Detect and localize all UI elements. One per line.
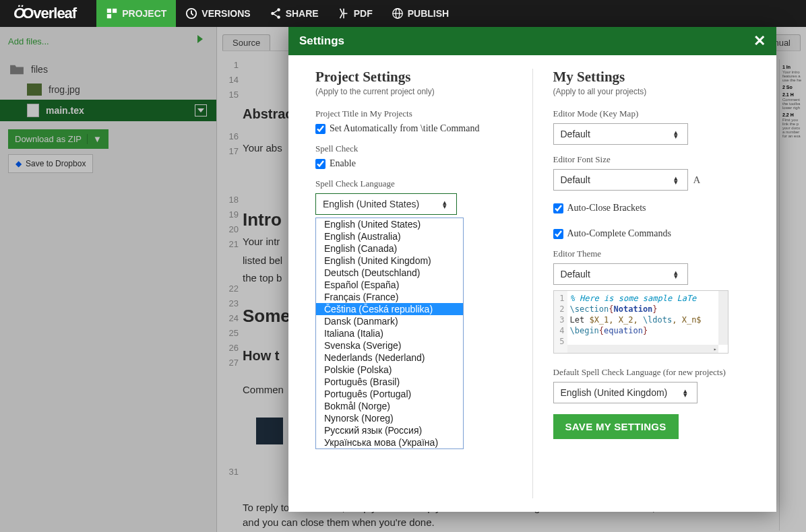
project-settings-sub: (Apply to the current project only): [315, 87, 512, 96]
lang-option[interactable]: English (United States): [316, 218, 463, 230]
lang-option[interactable]: Nynorsk (Noreg): [316, 412, 463, 424]
default-lang-select[interactable]: English (United Kingdom) ▴▾: [553, 382, 698, 403]
auto-complete-checkbox[interactable]: [553, 229, 563, 239]
nav-share-label: SHARE: [286, 8, 319, 19]
svg-point-6: [277, 15, 280, 19]
auto-close-checkbox[interactable]: [553, 203, 563, 213]
scrollbar-vertical[interactable]: [718, 291, 728, 345]
save-settings-button[interactable]: SAVE MY SETTINGS: [553, 414, 679, 439]
font-size-select[interactable]: Default ▴▾: [553, 169, 688, 191]
lang-option[interactable]: English (Canada): [316, 242, 463, 255]
nav-publish[interactable]: PUBLISH: [382, 0, 458, 27]
nav-share[interactable]: SHARE: [260, 0, 328, 27]
lang-option[interactable]: Dansk (Danmark): [316, 315, 463, 327]
spellcheck-label: Spell Check: [315, 143, 512, 154]
lang-option[interactable]: English (United Kingdom): [316, 255, 463, 267]
scrollbar-horizontal[interactable]: [567, 345, 718, 353]
auto-complete-label: Auto-Complete Commands: [567, 228, 671, 239]
lang-option[interactable]: Deutsch (Deutschland): [316, 267, 463, 279]
my-settings-col: My Settings (Apply to all your projects)…: [533, 69, 757, 498]
spellcheck-enable-checkbox[interactable]: [315, 159, 326, 169]
lang-option[interactable]: Svenska (Sverige): [316, 339, 463, 352]
editor-mode-select[interactable]: Default ▴▾: [553, 123, 688, 145]
lang-option[interactable]: Español (España): [316, 279, 463, 291]
pdf-icon: [338, 7, 350, 20]
project-title-label: Project Title in My Projects: [315, 108, 512, 119]
select-caret-icon: ▴▾: [674, 176, 681, 184]
project-settings-heading: Project Settings: [315, 69, 512, 86]
share-icon: [270, 7, 282, 20]
lang-option[interactable]: English (Australia): [316, 230, 463, 242]
select-caret-icon: ▴▾: [674, 270, 681, 278]
font-size-label: Editor Font Size: [553, 154, 750, 165]
top-navbar: ÖOverleaf PROJECT VERSIONS SHARE PDF PUB…: [0, 0, 806, 27]
project-icon: [106, 7, 118, 20]
nav-publish-label: PUBLISH: [408, 8, 449, 19]
auto-title-checkbox[interactable]: [315, 124, 326, 134]
close-icon[interactable]: ✕: [753, 32, 766, 50]
spell-lang-select[interactable]: English (United States) ▴▾: [315, 193, 457, 215]
lang-option[interactable]: Polskie (Polska): [316, 364, 463, 376]
lang-option[interactable]: Français (France): [316, 291, 463, 303]
auto-title-label: Set Automatically from \title Command: [330, 123, 479, 134]
project-settings-col: Project Settings (Apply to the current p…: [309, 69, 533, 498]
lang-option[interactable]: Русский язык (Россия): [316, 424, 463, 436]
theme-label: Editor Theme: [553, 248, 750, 259]
lang-option[interactable]: Italiana (Italia): [316, 327, 463, 339]
font-size-indicator: A: [693, 174, 701, 186]
nav-versions-label: VERSIONS: [202, 8, 250, 19]
svg-point-5: [277, 8, 280, 11]
lang-option[interactable]: Bokmål (Norge): [316, 400, 463, 412]
globe-icon: [392, 7, 404, 20]
font-size-value: Default: [561, 174, 590, 185]
my-settings-sub: (Apply to all your projects): [553, 87, 750, 96]
svg-point-4: [271, 12, 274, 15]
lang-option[interactable]: Nederlands (Nederland): [316, 352, 463, 364]
default-lang-label: Default Spell Check Language (for new pr…: [553, 367, 750, 378]
theme-value: Default: [561, 269, 590, 279]
lang-option[interactable]: Português (Portugal): [316, 388, 463, 400]
nav-project[interactable]: PROJECT: [96, 0, 176, 27]
clock-icon: [185, 7, 197, 20]
default-lang-value: English (United Kingdom): [561, 387, 668, 398]
spellcheck-enable-label: Enable: [330, 158, 356, 169]
settings-modal: Settings ✕ Project Settings (Apply to th…: [288, 27, 776, 512]
spell-lang-dropdown: English (United States)English (Australi…: [315, 218, 464, 449]
modal-title: Settings: [299, 34, 344, 48]
my-settings-heading: My Settings: [553, 69, 750, 86]
svg-rect-1: [113, 9, 117, 13]
svg-rect-0: [107, 9, 111, 13]
code-preview: 12345 % Here is some sample LaTe \sectio…: [553, 290, 728, 354]
overleaf-logo: ÖOverleaf: [13, 5, 76, 22]
editor-mode-label: Editor Mode (Key Map): [553, 108, 750, 119]
nav-versions[interactable]: VERSIONS: [176, 0, 259, 27]
svg-rect-2: [107, 14, 111, 18]
lang-option[interactable]: Čeština (Česká republika): [316, 303, 463, 315]
modal-header: Settings ✕: [288, 27, 776, 55]
nav-pdf[interactable]: PDF: [328, 0, 382, 27]
nav-project-label: PROJECT: [122, 8, 166, 19]
select-caret-icon: ▴▾: [683, 389, 690, 397]
select-caret-icon: ▴▾: [443, 200, 450, 208]
nav-pdf-label: PDF: [354, 8, 373, 19]
lang-option[interactable]: Português (Brasil): [316, 376, 463, 388]
select-caret-icon: ▴▾: [674, 130, 681, 138]
lang-option[interactable]: Українська мова (Україна): [316, 436, 463, 448]
theme-select[interactable]: Default ▴▾: [553, 263, 688, 285]
editor-mode-value: Default: [561, 129, 590, 139]
spell-lang-label: Spell Check Language: [315, 178, 512, 189]
spell-lang-value: English (United States): [323, 199, 419, 209]
auto-close-label: Auto-Close Brackets: [567, 203, 646, 213]
